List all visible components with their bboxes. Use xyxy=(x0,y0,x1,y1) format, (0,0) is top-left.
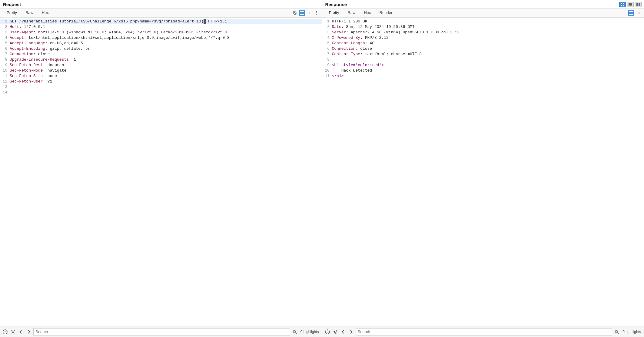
table-row: 2 Host: 127.0.0.1 xyxy=(0,24,322,30)
request-title: Request xyxy=(3,2,319,7)
request-highlights-badge: 0 highlights xyxy=(299,330,320,334)
svg-line-21 xyxy=(295,332,297,334)
response-search-input[interactable] xyxy=(356,328,612,335)
svg-rect-7 xyxy=(636,3,638,6)
bottom-bar: ? xyxy=(0,326,644,337)
svg-rect-2 xyxy=(621,5,622,6)
svg-rect-11 xyxy=(300,11,304,12)
table-row: 8 Upgrade-Insecure-Requests: 1 xyxy=(0,57,322,62)
request-help-btn[interactable]: ? xyxy=(2,329,8,335)
request-back-btn[interactable] xyxy=(18,329,24,335)
top-toolbar xyxy=(619,2,642,7)
response-title: Response xyxy=(325,2,641,7)
request-forward-btn[interactable] xyxy=(25,329,32,335)
request-panel: Request Pretty Raw Hex xyxy=(0,0,322,326)
svg-rect-6 xyxy=(629,5,632,6)
table-row: 2 Date: Sun, 12 May 2024 19:20:36 GMT xyxy=(322,24,644,30)
request-settings-btn[interactable] xyxy=(10,329,16,335)
response-bottom-panel: ? xyxy=(322,326,644,337)
tab-response-raw[interactable]: Raw xyxy=(343,8,360,17)
table-row: 6 Connection: close xyxy=(322,46,644,52)
request-header: Request xyxy=(0,0,322,8)
svg-rect-14 xyxy=(629,11,633,12)
svg-rect-1 xyxy=(623,3,624,4)
tab-response-pretty[interactable]: Pretty xyxy=(325,8,344,17)
table-row: 3 User-Agent: Mozilla/5.0 (Windows NT 10… xyxy=(0,30,322,35)
table-row: 3 Server: Apache/2.4.58 (Win64) OpenSSL/… xyxy=(322,30,644,35)
main-area: Request Pretty Raw Hex xyxy=(0,0,644,326)
table-row: 14 xyxy=(0,90,322,95)
request-more-btn[interactable]: ⋮ xyxy=(314,10,320,16)
table-row: 1 HTTP/1.1 200 OK xyxy=(322,19,644,24)
response-back-btn[interactable] xyxy=(340,329,347,335)
svg-rect-12 xyxy=(300,13,304,13)
table-row: 5 Accept-Language: en-US,en;q=0.5 xyxy=(0,41,322,46)
view-grid-btn[interactable] xyxy=(619,2,626,7)
table-row: 6 Accept-Encoding: gzip, deflate, br xyxy=(0,46,322,52)
tab-request-raw[interactable]: Raw xyxy=(21,8,38,17)
response-tab-bar: Pretty Raw Hex Render ⇥ xyxy=(322,8,644,18)
table-row: 10 Hack Detected xyxy=(322,68,644,73)
view-split-btn[interactable] xyxy=(635,2,642,7)
tab-request-pretty[interactable]: Pretty xyxy=(2,8,21,17)
table-row: 9 Sec-Fetch-Dest: document xyxy=(0,62,322,68)
table-row: 1 GET /Vulnerabilities_Tutorial/XSS/Chal… xyxy=(0,19,322,24)
svg-point-24 xyxy=(334,331,336,333)
response-highlights-badge: 0 highlights xyxy=(621,330,642,334)
svg-rect-16 xyxy=(629,14,633,15)
svg-text:?: ? xyxy=(4,330,6,334)
table-row: 7 Content-Type: text/html; charset=UTF-8 xyxy=(322,52,644,57)
table-row: 13 xyxy=(0,84,322,90)
response-settings-btn[interactable] xyxy=(332,329,339,335)
tab-response-render[interactable]: Render xyxy=(375,8,397,17)
response-search-btn[interactable] xyxy=(613,329,620,335)
response-code-area[interactable]: 1 HTTP/1.1 200 OK 2 Date: Sun, 12 May 20… xyxy=(322,18,644,326)
svg-point-25 xyxy=(615,330,618,333)
svg-rect-8 xyxy=(639,3,640,6)
table-row: 10 Sec-Fetch-Mode: navigate xyxy=(0,68,322,73)
tab-request-hex[interactable]: Hex xyxy=(38,8,53,17)
svg-point-20 xyxy=(293,330,296,333)
table-row: 12 Sec-Fetch-User: ?1 xyxy=(0,79,322,84)
table-row: 5 Content-Length: 40 xyxy=(322,41,644,46)
table-row: 4 Accept: text/html,application/xhtml+xm… xyxy=(0,35,322,41)
svg-rect-0 xyxy=(621,3,622,4)
request-indent-btn[interactable]: ⇥ xyxy=(306,10,312,16)
response-panel: Response Pretty Raw Hex Render xyxy=(322,0,644,326)
table-row: 4 X-Powered-By: PHP/8.2.12 xyxy=(322,35,644,41)
response-forward-btn[interactable] xyxy=(348,329,354,335)
request-search-btn[interactable] xyxy=(291,329,298,335)
table-row: 8 xyxy=(322,57,644,62)
request-bottom-panel: ? xyxy=(0,326,322,337)
request-disable-intercept-btn[interactable] xyxy=(292,10,298,16)
request-code-area[interactable]: 1 GET /Vulnerabilities_Tutorial/XSS/Chal… xyxy=(0,18,322,326)
svg-rect-5 xyxy=(629,4,632,5)
svg-rect-13 xyxy=(300,14,304,15)
request-tab-bar: Pretty Raw Hex xyxy=(0,8,322,18)
request-search-input[interactable] xyxy=(33,328,290,335)
request-body-view-btn[interactable] xyxy=(299,10,305,16)
response-body-view-btn[interactable] xyxy=(628,10,634,16)
response-help-btn[interactable]: ? xyxy=(324,329,331,335)
svg-rect-3 xyxy=(623,5,624,6)
svg-line-26 xyxy=(618,332,619,334)
response-indent-btn[interactable]: ⇥ xyxy=(636,10,642,16)
svg-point-19 xyxy=(12,331,14,333)
response-tab-actions: ⇥ xyxy=(628,10,642,16)
svg-rect-4 xyxy=(629,3,632,4)
svg-text:?: ? xyxy=(326,330,328,334)
view-lines-btn[interactable] xyxy=(627,2,634,7)
table-row: 9 <h1 style='color:red'> xyxy=(322,62,644,68)
table-row: 11 </h1> xyxy=(322,73,644,79)
table-row: 7 Connection: close xyxy=(0,52,322,57)
svg-rect-15 xyxy=(629,13,633,13)
tab-response-hex[interactable]: Hex xyxy=(360,8,375,17)
request-tab-actions: ⇥ ⋮ xyxy=(292,10,320,16)
response-header: Response xyxy=(322,0,644,8)
table-row: 11 Sec-Fetch-Site: none xyxy=(0,73,322,79)
